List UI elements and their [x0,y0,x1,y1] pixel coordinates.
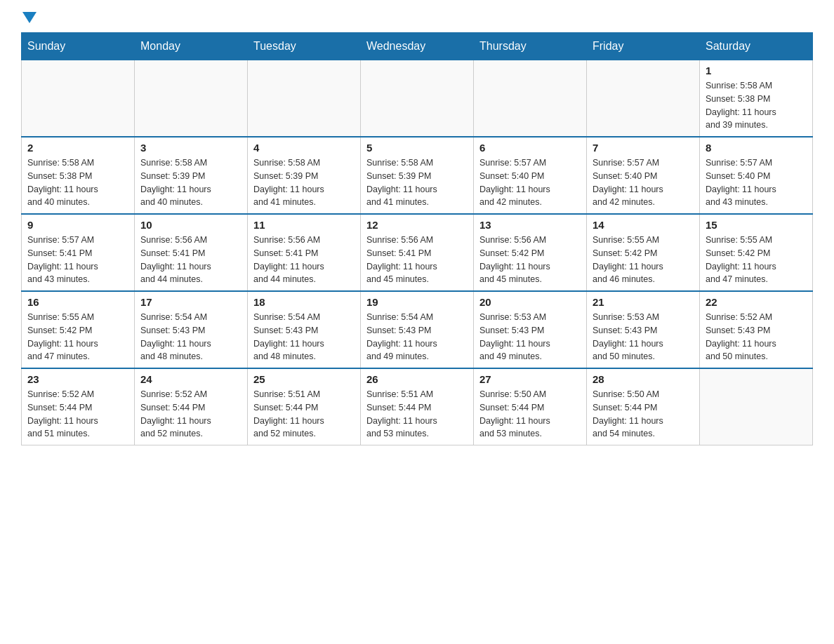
day-number: 22 [706,296,807,308]
day-number: 26 [366,373,468,385]
day-number: 4 [253,142,355,154]
calendar-day-cell: 22Sunrise: 5:52 AMSunset: 5:43 PMDayligh… [700,291,813,368]
day-info: Sunrise: 5:56 AMSunset: 5:41 PMDaylight:… [140,234,241,286]
calendar-day-cell: 9Sunrise: 5:57 AMSunset: 5:41 PMDaylight… [22,214,135,291]
day-info: Sunrise: 5:52 AMSunset: 5:43 PMDaylight:… [706,311,807,363]
day-info: Sunrise: 5:55 AMSunset: 5:42 PMDaylight:… [706,234,807,286]
header-sunday: Sunday [22,33,135,60]
day-info: Sunrise: 5:55 AMSunset: 5:42 PMDaylight:… [593,234,694,286]
day-number: 21 [593,296,694,308]
calendar-day-cell [248,60,361,137]
calendar-day-cell: 24Sunrise: 5:52 AMSunset: 5:44 PMDayligh… [135,368,248,445]
calendar-day-cell [700,368,813,445]
calendar-day-cell: 13Sunrise: 5:56 AMSunset: 5:42 PMDayligh… [474,214,587,291]
calendar-day-cell: 4Sunrise: 5:58 AMSunset: 5:39 PMDaylight… [248,137,361,214]
calendar-table: SundayMondayTuesdayWednesdayThursdayFrid… [21,32,813,445]
day-info: Sunrise: 5:55 AMSunset: 5:42 PMDaylight:… [27,311,128,363]
day-number: 16 [27,296,128,308]
logo [21,14,37,25]
calendar-day-cell: 7Sunrise: 5:57 AMSunset: 5:40 PMDaylight… [587,137,700,214]
day-info: Sunrise: 5:58 AMSunset: 5:39 PMDaylight:… [140,156,241,209]
day-info: Sunrise: 5:57 AMSunset: 5:41 PMDaylight:… [27,234,128,286]
calendar-day-cell: 20Sunrise: 5:53 AMSunset: 5:43 PMDayligh… [474,291,587,368]
header-friday: Friday [587,33,700,60]
calendar-day-cell: 2Sunrise: 5:58 AMSunset: 5:38 PMDaylight… [22,137,135,214]
calendar-day-cell: 10Sunrise: 5:56 AMSunset: 5:41 PMDayligh… [135,214,248,291]
calendar-day-cell: 19Sunrise: 5:54 AMSunset: 5:43 PMDayligh… [361,291,474,368]
calendar-day-cell [361,60,474,137]
day-info: Sunrise: 5:58 AMSunset: 5:38 PMDaylight:… [27,156,128,209]
day-info: Sunrise: 5:52 AMSunset: 5:44 PMDaylight:… [140,388,241,441]
day-info: Sunrise: 5:58 AMSunset: 5:39 PMDaylight:… [253,156,355,209]
day-number: 7 [593,142,694,154]
calendar-day-cell: 8Sunrise: 5:57 AMSunset: 5:40 PMDaylight… [700,137,813,214]
calendar-day-cell: 26Sunrise: 5:51 AMSunset: 5:44 PMDayligh… [361,368,474,445]
day-number: 1 [706,65,807,76]
day-info: Sunrise: 5:52 AMSunset: 5:44 PMDaylight:… [27,388,128,441]
calendar-day-cell: 1Sunrise: 5:58 AMSunset: 5:38 PMDaylight… [700,60,813,137]
calendar-day-cell: 16Sunrise: 5:55 AMSunset: 5:42 PMDayligh… [22,291,135,368]
calendar-day-cell: 5Sunrise: 5:58 AMSunset: 5:39 PMDaylight… [361,137,474,214]
day-number: 18 [253,296,355,308]
day-number: 3 [140,142,241,154]
calendar-day-cell: 14Sunrise: 5:55 AMSunset: 5:42 PMDayligh… [587,214,700,291]
calendar-week-row: 2Sunrise: 5:58 AMSunset: 5:38 PMDaylight… [22,137,813,214]
day-info: Sunrise: 5:50 AMSunset: 5:44 PMDaylight:… [479,388,581,441]
calendar-day-cell: 23Sunrise: 5:52 AMSunset: 5:44 PMDayligh… [22,368,135,445]
day-info: Sunrise: 5:56 AMSunset: 5:41 PMDaylight:… [253,234,355,286]
day-info: Sunrise: 5:51 AMSunset: 5:44 PMDaylight:… [366,388,468,441]
calendar-day-cell: 11Sunrise: 5:56 AMSunset: 5:41 PMDayligh… [248,214,361,291]
day-info: Sunrise: 5:51 AMSunset: 5:44 PMDaylight:… [253,388,355,441]
calendar-day-cell [587,60,700,137]
calendar-day-cell [135,60,248,137]
calendar-day-cell: 15Sunrise: 5:55 AMSunset: 5:42 PMDayligh… [700,214,813,291]
calendar-week-row: 16Sunrise: 5:55 AMSunset: 5:42 PMDayligh… [22,291,813,368]
calendar-week-row: 23Sunrise: 5:52 AMSunset: 5:44 PMDayligh… [22,368,813,445]
calendar-day-cell: 21Sunrise: 5:53 AMSunset: 5:43 PMDayligh… [587,291,700,368]
header-saturday: Saturday [700,33,813,60]
day-number: 17 [140,296,241,308]
day-number: 27 [479,373,581,385]
calendar-day-cell: 18Sunrise: 5:54 AMSunset: 5:43 PMDayligh… [248,291,361,368]
day-number: 10 [140,219,241,231]
day-number: 14 [593,219,694,231]
header-monday: Monday [135,33,248,60]
day-info: Sunrise: 5:56 AMSunset: 5:41 PMDaylight:… [366,234,468,286]
calendar-week-row: 9Sunrise: 5:57 AMSunset: 5:41 PMDaylight… [22,214,813,291]
calendar-day-cell: 28Sunrise: 5:50 AMSunset: 5:44 PMDayligh… [587,368,700,445]
day-number: 25 [253,373,355,385]
day-info: Sunrise: 5:54 AMSunset: 5:43 PMDaylight:… [140,311,241,363]
day-number: 9 [27,219,128,231]
day-info: Sunrise: 5:53 AMSunset: 5:43 PMDaylight:… [479,311,581,363]
day-number: 28 [593,373,694,385]
calendar-day-cell [22,60,135,137]
day-info: Sunrise: 5:54 AMSunset: 5:43 PMDaylight:… [366,311,468,363]
day-info: Sunrise: 5:57 AMSunset: 5:40 PMDaylight:… [479,156,581,209]
day-number: 5 [366,142,468,154]
day-number: 15 [706,219,807,231]
calendar-week-row: 1Sunrise: 5:58 AMSunset: 5:38 PMDaylight… [22,60,813,137]
calendar-day-cell: 3Sunrise: 5:58 AMSunset: 5:39 PMDaylight… [135,137,248,214]
day-number: 20 [479,296,581,308]
day-number: 8 [706,142,807,154]
day-number: 24 [140,373,241,385]
day-number: 12 [366,219,468,231]
calendar-day-cell: 6Sunrise: 5:57 AMSunset: 5:40 PMDaylight… [474,137,587,214]
calendar-day-cell: 17Sunrise: 5:54 AMSunset: 5:43 PMDayligh… [135,291,248,368]
calendar-day-cell: 27Sunrise: 5:50 AMSunset: 5:44 PMDayligh… [474,368,587,445]
day-number: 19 [366,296,468,308]
header-wednesday: Wednesday [361,33,474,60]
day-number: 23 [27,373,128,385]
day-info: Sunrise: 5:58 AMSunset: 5:38 PMDaylight:… [706,79,807,132]
header-thursday: Thursday [474,33,587,60]
day-info: Sunrise: 5:56 AMSunset: 5:42 PMDaylight:… [479,234,581,286]
calendar-header-row: SundayMondayTuesdayWednesdayThursdayFrid… [22,33,813,60]
day-number: 2 [27,142,128,154]
calendar-day-cell: 25Sunrise: 5:51 AMSunset: 5:44 PMDayligh… [248,368,361,445]
header-tuesday: Tuesday [248,33,361,60]
day-info: Sunrise: 5:54 AMSunset: 5:43 PMDaylight:… [253,311,355,363]
calendar-day-cell [474,60,587,137]
calendar-day-cell: 12Sunrise: 5:56 AMSunset: 5:41 PMDayligh… [361,214,474,291]
logo-triangle-icon [22,12,37,23]
day-info: Sunrise: 5:53 AMSunset: 5:43 PMDaylight:… [593,311,694,363]
